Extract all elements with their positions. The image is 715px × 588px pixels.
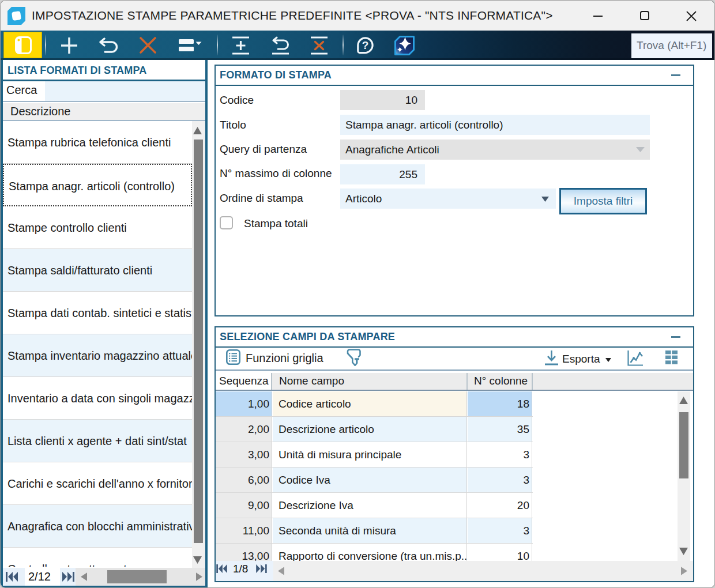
- svg-text:?: ?: [362, 39, 369, 51]
